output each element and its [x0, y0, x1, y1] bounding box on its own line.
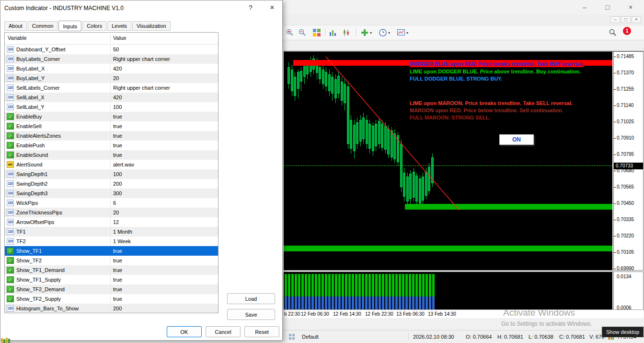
param-value: 6: [113, 200, 116, 206]
param-name: Show_TF2_Supply: [16, 296, 61, 302]
cancel-button[interactable]: Cancel: [206, 326, 241, 337]
param-row-Show_TF1_Supply[interactable]: Show_TF1_Supplytrue: [5, 275, 218, 284]
param-row-AlertSound[interactable]: abAlertSoundalert.wav: [5, 160, 218, 169]
on-toggle-button[interactable]: ON: [499, 134, 534, 145]
param-row-Histogram_Bars_To_Show[interactable]: 123Histogram_Bars_To_Show200: [5, 304, 218, 313]
candle-body: [359, 120, 362, 142]
boolean-param-icon: [7, 267, 14, 273]
param-row-EnablePush[interactable]: EnablePushtrue: [5, 141, 218, 150]
reset-button[interactable]: Reset: [244, 326, 279, 337]
param-name: EnableSell: [16, 123, 42, 129]
ok-button[interactable]: OK: [167, 326, 202, 337]
param-row-Show_TF2[interactable]: Show_TF2true: [5, 256, 218, 265]
param-value: 100: [113, 171, 122, 177]
param-row-Show_TF2_Supply[interactable]: Show_TF2_Supplytrue: [5, 294, 218, 304]
param-row-SwingDepth2[interactable]: 123SwingDepth2200: [5, 179, 218, 189]
zoom-in-icon[interactable]: [285, 27, 295, 38]
histogram-bar-top: [402, 274, 404, 296]
dialog-titlebar[interactable]: Custom Indicator - INDUSTRY MACHINE V1.0…: [0, 0, 282, 18]
numeric-param-icon: 123: [7, 209, 14, 216]
tab-common[interactable]: Common: [28, 21, 58, 31]
chart-close-button[interactable]: ×: [632, 16, 641, 23]
tab-colors[interactable]: Colors: [82, 21, 106, 31]
param-row-SellLabels_Corner[interactable]: 123SellLabels_CornerRight upper chart co…: [5, 83, 218, 93]
param-row-ArrowOffsetPips[interactable]: 123ArrowOffsetPips12: [5, 217, 218, 227]
numeric-param-icon: 123: [7, 84, 14, 91]
param-row-EnableBuy[interactable]: EnableBuytrue: [5, 112, 218, 121]
histogram-bar-top: [308, 274, 310, 296]
tab-inputs[interactable]: Inputs: [58, 21, 81, 31]
param-row-Show_TF2_Demand[interactable]: Show_TF2_Demandtrue: [5, 284, 218, 294]
notification-badge[interactable]: 1: [623, 27, 631, 35]
dialog-close-button[interactable]: ×: [266, 3, 278, 12]
timeframe-clock-icon[interactable]: [378, 27, 388, 38]
candle-body: [431, 157, 434, 183]
dialog-tabs: AboutCommonInputsColorsLevelsVisualizati…: [4, 20, 171, 31]
bar-chart-icon[interactable]: [328, 27, 338, 38]
param-row-BuyLabels_Corner[interactable]: 123BuyLabels_CornerRight upper chart cor…: [5, 54, 218, 64]
load-button[interactable]: Load: [227, 293, 275, 304]
param-row-SellLabel_X[interactable]: 123SellLabel_X420: [5, 93, 218, 102]
minimize-button[interactable]: –: [574, 0, 595, 14]
timeframe-dropdown-icon[interactable]: ▾: [388, 31, 390, 35]
histogram-bar-bottom: [375, 296, 378, 309]
param-value: 100: [113, 104, 122, 110]
param-value: 420: [113, 95, 122, 100]
param-row-BuyLabel_X[interactable]: 123BuyLabel_X420: [5, 64, 218, 73]
candle-body: [409, 174, 412, 199]
param-row-ZoneThicknessPips[interactable]: 123ZoneThicknessPips20: [5, 208, 218, 217]
zoom-out-icon[interactable]: [297, 27, 308, 38]
param-row-WickPips[interactable]: 123WickPips6: [5, 198, 218, 208]
save-button[interactable]: Save: [227, 309, 275, 320]
price-label: 0.70910: [617, 135, 634, 141]
close-window-button[interactable]: ×: [620, 0, 641, 14]
histogram-bar-bottom: [348, 296, 351, 309]
tab-visualization[interactable]: Visualization: [132, 21, 171, 31]
search-icon[interactable]: [608, 27, 618, 38]
candle-body: [300, 71, 302, 82]
histogram-bar-bottom: [285, 296, 287, 309]
param-row-EnableAlertsZones[interactable]: EnableAlertsZonestrue: [5, 131, 218, 141]
histogram-bar-bottom: [419, 296, 421, 309]
param-row-TF1[interactable]: 123TF11 Month: [5, 227, 218, 237]
chart-sub[interactable]: [284, 272, 612, 309]
tile-windows-icon[interactable]: [311, 27, 322, 38]
candle-body: [403, 173, 405, 197]
param-row-Show_TF1[interactable]: Show_TF1true: [5, 246, 218, 256]
param-value: 50: [113, 47, 119, 52]
candle-body: [419, 178, 421, 203]
activate-windows-watermark-line2: Go to Settings to activate Windows.: [501, 320, 592, 327]
template-icon[interactable]: [396, 27, 406, 38]
tab-about[interactable]: About: [4, 21, 27, 31]
param-row-BuyLabel_Y[interactable]: 123BuyLabel_Y20: [5, 73, 218, 83]
param-row-SwingDepth3[interactable]: 123SwingDepth3300: [5, 189, 218, 198]
boolean-param-icon: [7, 286, 14, 293]
demand-zone-bottom: [284, 246, 612, 251]
numeric-param-icon: 123: [7, 56, 14, 62]
sub-axis-label: 0.0134: [617, 274, 632, 279]
param-row-Dashboard_Y_Offset[interactable]: 123Dashboard_Y_Offset50: [5, 45, 218, 54]
chart-restore-button[interactable]: □: [621, 16, 631, 23]
maximize-button[interactable]: □: [597, 0, 618, 14]
histogram-bar-top: [362, 274, 364, 296]
param-row-EnableSell[interactable]: EnableSelltrue: [5, 121, 218, 131]
param-row-SwingDepth1[interactable]: 123SwingDepth1100: [5, 169, 218, 179]
param-row-TF2[interactable]: 123TF21 Week: [5, 237, 218, 246]
chart-main[interactable]: ON DODGER BLUE upon RED. Price breaks tr…: [284, 52, 612, 270]
tab-levels[interactable]: Levels: [107, 21, 131, 31]
add-indicator-dropdown-icon[interactable]: ▾: [370, 31, 372, 35]
chart-minimize-button[interactable]: –: [610, 16, 620, 23]
help-button[interactable]: ?: [245, 4, 256, 12]
candle-body: [297, 72, 299, 89]
histogram-bar-top: [375, 274, 378, 296]
time-axis[interactable]: b 22:3012 Feb 06:3012 Feb 14:3012 Feb 22…: [284, 309, 644, 318]
template-dropdown-icon[interactable]: ▾: [406, 31, 408, 35]
add-indicator-icon[interactable]: [359, 27, 370, 38]
param-row-SellLabel_Y[interactable]: 123SellLabel_Y100: [5, 102, 218, 112]
candle-chart-icon[interactable]: [341, 27, 352, 38]
param-row-Show_TF1_Demand[interactable]: Show_TF1_Demandtrue: [5, 265, 218, 275]
time-label: 13 Feb 06:30: [396, 311, 425, 317]
profile-selector[interactable]: Default: [302, 334, 319, 340]
candle-body: [384, 126, 387, 150]
param-row-EnableSound[interactable]: EnableSoundtrue: [5, 150, 218, 160]
